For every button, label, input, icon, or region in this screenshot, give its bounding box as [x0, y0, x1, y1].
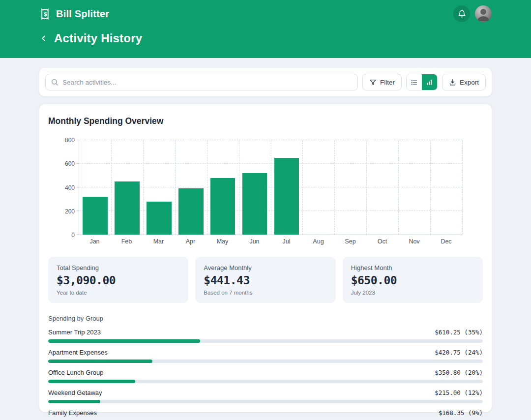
list-view-button[interactable] — [407, 74, 422, 90]
export-button[interactable]: Export — [442, 74, 486, 90]
v-gridline — [398, 140, 399, 235]
y-tick-mark — [77, 140, 79, 140]
app-title: Bill Splitter — [56, 8, 109, 20]
x-tick-label: Jan — [79, 238, 111, 245]
y-tick-mark — [77, 163, 79, 164]
group-list: Summer Trip 2023$610.25 (35%)Apartment E… — [48, 329, 483, 420]
chart-bar-may — [210, 178, 236, 235]
y-tick-mark — [77, 234, 79, 235]
group-row: Summer Trip 2023$610.25 (35%) — [48, 329, 483, 343]
v-gridline — [143, 140, 144, 235]
group-row: Apartment Expenses$420.75 (24%) — [48, 349, 483, 363]
group-name: Weekend Getaway — [48, 389, 102, 396]
bar-chart-icon — [426, 79, 433, 86]
back-button[interactable] — [39, 34, 48, 43]
chart-bar-jul — [274, 158, 299, 235]
y-tick-label: 0 — [71, 232, 75, 239]
group-row: Weekend Getaway$215.00 (12%) — [48, 389, 483, 403]
x-tick-label: Apr — [175, 238, 206, 245]
group-progress-track — [48, 400, 483, 403]
group-row: Family Expenses$168.35 (9%) — [48, 409, 483, 420]
group-progress-track — [48, 360, 483, 363]
stat-caption: July 2023 — [351, 290, 474, 296]
x-tick-label: Jul — [270, 238, 302, 245]
chart-title: Monthly Spending Overview — [48, 116, 483, 126]
group-name: Office Lunch Group — [48, 369, 104, 376]
chart-bar-jan — [83, 197, 108, 235]
group-progress-fill — [48, 339, 200, 343]
y-tick-label: 200 — [65, 208, 75, 215]
funnel-icon — [369, 79, 377, 86]
v-gridline — [366, 140, 367, 235]
group-name: Summer Trip 2023 — [48, 329, 101, 336]
groups-heading: Spending by Group — [48, 315, 483, 322]
stat-label: Highest Month — [351, 264, 474, 271]
stat-caption: Based on 7 months — [204, 290, 327, 296]
chart-bar-jun — [242, 173, 267, 235]
v-gridline — [302, 140, 303, 235]
notifications-button[interactable] — [453, 5, 470, 22]
filter-button[interactable]: Filter — [362, 74, 402, 90]
stat-label: Average Monthly — [204, 264, 327, 271]
v-gridline — [111, 140, 112, 235]
x-tick-label: Mar — [143, 238, 175, 245]
page-title: Activity History — [54, 31, 142, 45]
group-progress-fill — [48, 400, 100, 403]
x-tick-label: May — [206, 238, 238, 245]
v-gridline — [175, 140, 176, 235]
group-name: Apartment Expenses — [48, 349, 108, 356]
user-avatar[interactable] — [475, 5, 492, 22]
stats-row: Total Spending $3,090.00 Year to date Av… — [48, 257, 483, 303]
stat-card-total-spending: Total Spending $3,090.00 Year to date — [48, 257, 188, 303]
x-tick-label: Aug — [302, 238, 334, 245]
group-progress-track — [48, 339, 483, 343]
group-progress-fill — [48, 360, 152, 363]
chart-x-axis: JanFebMarAprMayJunJulAugSepOctNovDec — [79, 235, 462, 247]
app-header: $ Bill Splitter — [0, 0, 531, 58]
v-gridline — [207, 140, 207, 235]
stat-card-average-monthly: Average Monthly $441.43 Based on 7 month… — [195, 257, 335, 303]
toolbar: Filter — [39, 68, 492, 96]
list-icon — [411, 79, 418, 86]
chart-bar-mar — [147, 202, 172, 235]
search-input[interactable] — [45, 74, 358, 90]
v-gridline — [430, 140, 431, 235]
v-gridline — [462, 140, 463, 235]
download-icon — [449, 79, 456, 86]
chevron-left-icon — [40, 35, 47, 42]
group-row: Office Lunch Group$350.80 (20%) — [48, 369, 483, 383]
x-tick-label: Nov — [398, 238, 430, 245]
filter-label: Filter — [380, 79, 395, 86]
spending-by-group-section: Spending by Group Summer Trip 2023$610.2… — [48, 315, 483, 420]
stat-value: $650.00 — [351, 274, 474, 287]
stat-caption: Year to date — [57, 290, 180, 296]
v-gridline — [271, 140, 271, 235]
y-tick-label: 600 — [65, 160, 75, 167]
group-name: Family Expenses — [48, 409, 97, 417]
x-tick-label: Jun — [238, 238, 270, 245]
chart-bar-feb — [115, 181, 140, 235]
group-progress-fill — [48, 380, 135, 383]
bell-icon — [458, 10, 466, 18]
svg-text:$: $ — [44, 11, 47, 17]
monthly-spending-chart: 0200400600800 JanFebMarAprMayJunJulAugSe… — [79, 140, 462, 235]
y-tick-label: 800 — [65, 137, 75, 144]
brand: $ Bill Splitter — [39, 8, 453, 20]
export-label: Export — [460, 79, 479, 86]
y-tick-label: 400 — [65, 184, 75, 191]
x-tick-label: Feb — [111, 238, 143, 245]
group-value: $350.80 (20%) — [435, 369, 483, 376]
group-progress-track — [48, 380, 483, 383]
v-gridline — [239, 140, 239, 235]
x-tick-label: Oct — [366, 238, 398, 245]
stat-value: $3,090.00 — [57, 274, 180, 287]
stat-label: Total Spending — [57, 264, 180, 271]
group-value: $168.35 (9%) — [439, 409, 483, 417]
x-tick-label: Dec — [430, 238, 462, 245]
x-tick-label: Sep — [334, 238, 366, 245]
y-tick-mark — [77, 187, 79, 187]
view-toggle — [406, 74, 438, 90]
activity-overview-card: Monthly Spending Overview 0200400600800 … — [39, 104, 492, 412]
group-value: $215.00 (12%) — [435, 389, 483, 396]
chart-view-button[interactable] — [422, 74, 437, 90]
